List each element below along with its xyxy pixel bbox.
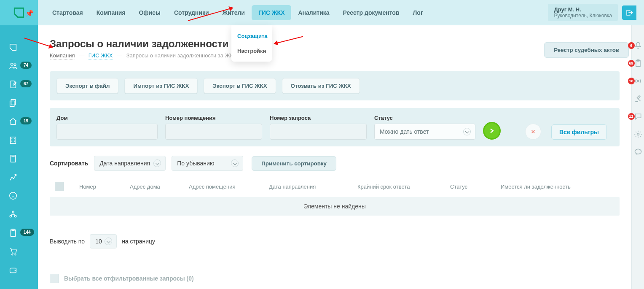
logo-outline-icon	[8, 43, 18, 52]
court-acts-registry-button[interactable]: Реестр судебных актов	[544, 42, 629, 58]
nav-log[interactable]: Лог	[406, 5, 430, 20]
svg-point-13	[15, 254, 16, 255]
sidebar-item-building[interactable]	[0, 131, 38, 149]
col-deadline: Крайний срок ответа	[355, 184, 448, 190]
filter-status-value: Можно дать ответ	[380, 128, 429, 135]
logout-icon	[625, 8, 633, 17]
rail-broadcast[interactable]: 18	[634, 77, 642, 85]
col-room-addr: Адрес помещения	[186, 184, 266, 190]
rail-messages[interactable]	[634, 148, 642, 156]
nav-gis-zhkh[interactable]: ГИС ЖКХ	[252, 5, 292, 20]
rail-badge-broadcast: 18	[628, 78, 635, 84]
sidebar-item-wallet[interactable]	[0, 261, 38, 279]
action-bar: Экспорт в файл Импорт из ГИС ЖКХ Экспорт…	[50, 71, 620, 100]
chat-icon	[634, 112, 642, 121]
rail-badge-chat: 12	[628, 113, 635, 120]
nav-company[interactable]: Компания	[90, 5, 132, 20]
svg-point-7	[12, 211, 14, 213]
pager-size-select[interactable]: 10	[90, 234, 117, 248]
sidebar-item-chart[interactable]	[0, 168, 38, 186]
bulk-select-checkbox[interactable]	[50, 274, 59, 283]
sidebar-item-complaints[interactable]	[0, 186, 38, 205]
sidebar-item-people[interactable]: 74	[0, 57, 38, 75]
sidebar-badge-people: 74	[20, 62, 32, 69]
btn-import-gis[interactable]: Импорт из ГИС ЖКХ	[124, 78, 198, 94]
sad-face-icon	[8, 191, 18, 200]
filter-house-label: Дом	[56, 115, 158, 121]
nav-start[interactable]: Стартовая	[46, 5, 90, 20]
sidebar-item-edit-doc[interactable]: 67	[0, 75, 38, 94]
filter-row: Дом Номер помещения Номер запроса Статус…	[50, 108, 620, 146]
nav-employees[interactable]: Сотрудники	[167, 5, 216, 20]
filter-request-input[interactable]	[270, 124, 367, 140]
dropdown-item-soczashchita[interactable]: Соцзащита	[231, 29, 272, 43]
chevron-down-icon	[463, 128, 471, 135]
svg-point-12	[12, 254, 13, 255]
nav-offices[interactable]: Офисы	[132, 5, 167, 20]
col-sent-date: Дата направления	[266, 184, 355, 190]
bell-icon	[634, 41, 642, 50]
filter-house-input[interactable]	[56, 124, 158, 140]
sidebar-badge-house: 19	[20, 117, 32, 124]
pin-icon[interactable]: 📌	[25, 9, 34, 17]
nav-docs-registry[interactable]: Реестр документов	[336, 5, 406, 20]
filter-status-select[interactable]: Можно дать ответ	[374, 124, 475, 140]
nav-analytics[interactable]: Аналитика	[291, 5, 336, 20]
logout-button[interactable]	[622, 5, 636, 20]
filter-request-label: Номер запроса	[270, 115, 367, 121]
svg-point-18	[637, 133, 639, 135]
svg-rect-2	[11, 100, 15, 105]
col-has-debt: Имеется ли задолженность	[498, 184, 599, 190]
sidebar-item-calculator[interactable]	[0, 149, 38, 168]
sidebar-item-house[interactable]: 19	[0, 112, 38, 131]
logo-icon	[12, 6, 26, 19]
svg-rect-4	[11, 137, 16, 144]
filter-status-label: Статус	[374, 115, 475, 121]
svg-point-0	[11, 63, 13, 66]
btn-export-file[interactable]: Экспорт в файл	[56, 78, 118, 94]
breadcrumb-gis[interactable]: ГИС ЖКХ	[89, 52, 113, 59]
all-filters-button[interactable]: Все фильтры	[551, 124, 607, 140]
bulk-select-label: Выбрать все отфильтрованные запросы (0)	[64, 275, 194, 282]
rail-auction[interactable]	[634, 95, 642, 103]
people-icon	[8, 61, 18, 70]
col-number: Номер	[77, 184, 127, 190]
sidebar-item-clipboard[interactable]: 144	[0, 224, 38, 242]
sort-field-select[interactable]: Дата направления	[94, 156, 166, 171]
nav-residents[interactable]: Жители	[216, 5, 252, 20]
filter-request: Номер запроса	[270, 115, 367, 140]
rail-badge-bell: 6	[628, 42, 635, 49]
app-logo[interactable]: 📌	[0, 0, 38, 25]
apply-filters-button[interactable]	[483, 122, 501, 140]
col-house-addr: Адрес дома	[127, 184, 186, 190]
sidebar-item-org[interactable]	[0, 205, 38, 224]
rail-notifications[interactable]: 6	[634, 41, 642, 50]
rail-settings[interactable]	[634, 130, 642, 138]
svg-rect-3	[10, 101, 14, 106]
btn-recall-gis[interactable]: Отозвать из ГИС ЖКХ	[282, 78, 360, 94]
user-role: Руководитель, Клюковка	[554, 13, 612, 19]
clipboard-icon	[634, 59, 642, 68]
user-chip[interactable]: Друг М. Н. Руководитель, Клюковка	[548, 4, 618, 21]
dropdown-item-settings[interactable]: Настройки	[231, 43, 272, 58]
sort-label: Сортировать	[50, 160, 88, 167]
sidebar-item-copy-doc[interactable]	[0, 94, 38, 112]
rail-tasks[interactable]: 69	[634, 59, 642, 68]
select-all-checkbox[interactable]	[55, 182, 64, 191]
breadcrumb-company[interactable]: Компания	[50, 52, 75, 59]
rail-chat[interactable]: 12	[634, 112, 642, 121]
filter-room-input[interactable]	[165, 124, 262, 140]
sort-dir-select[interactable]: По убыванию	[172, 156, 243, 171]
filter-room-label: Номер помещения	[165, 115, 262, 121]
bulk-select-row: Выбрать все отфильтрованные запросы (0)	[50, 274, 620, 283]
apply-sort-button[interactable]: Применить сортировку	[252, 156, 336, 171]
message-icon	[634, 148, 642, 156]
chevron-down-icon	[105, 238, 112, 245]
sidebar-item-cart[interactable]	[0, 242, 38, 261]
sort-row: Сортировать Дата направления По убыванию…	[50, 156, 620, 171]
svg-point-6	[10, 192, 17, 200]
btn-export-gis[interactable]: Экспорт в ГИС ЖКХ	[204, 78, 276, 94]
clear-filters-button[interactable]	[525, 124, 541, 140]
copy-doc-icon	[8, 98, 18, 108]
page-title: Запросы о наличии задолженности за Ж	[50, 38, 620, 50]
